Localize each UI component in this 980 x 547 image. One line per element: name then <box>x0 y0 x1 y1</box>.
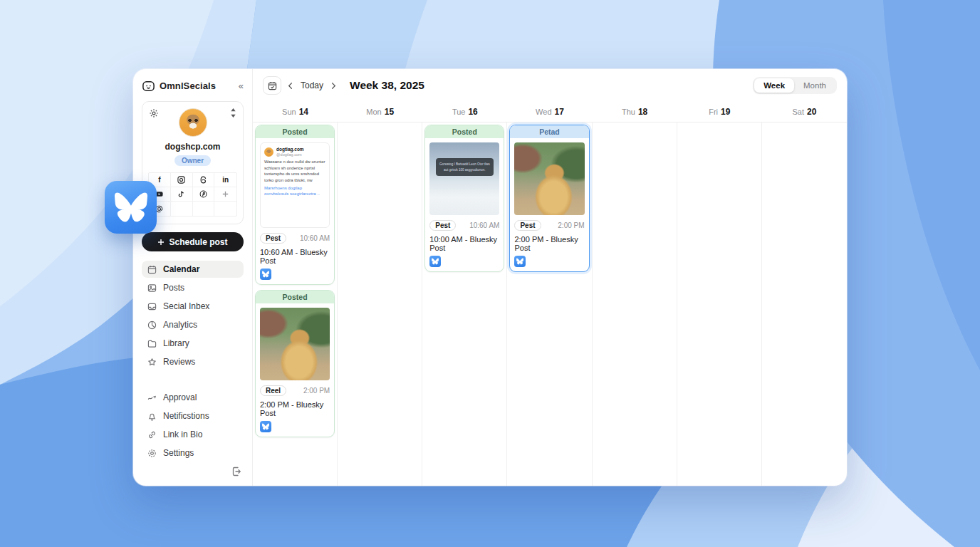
profile-settings-gear-icon[interactable] <box>149 108 159 118</box>
day-header-tue: Tue16 <box>422 102 507 122</box>
sidebar-item-label: Calendar <box>163 264 199 274</box>
sidebar-item-label: Reviews <box>163 357 195 367</box>
bluesky-butterfly-icon <box>115 191 147 224</box>
sidebar: OmnlSecials « dogshcp.com Owner f <box>133 69 253 486</box>
calendar-check-icon <box>268 81 277 90</box>
inbox-icon <box>147 302 157 311</box>
sidebar-item-label: Library <box>163 338 189 348</box>
day-column-sat <box>762 123 847 486</box>
add-channel-icon[interactable] <box>214 187 236 202</box>
day-header-fri: Fri19 <box>677 102 762 122</box>
calendar-icon <box>147 265 157 274</box>
profile-name: dogshcp.com <box>148 142 237 152</box>
bluesky-app-icon <box>105 181 157 234</box>
post-caption: 2:00 PM - Bluesky Post <box>514 235 584 252</box>
post-caption: 10:60 AM - Bluesky Post <box>260 248 330 265</box>
plus-icon <box>157 239 165 246</box>
sidebar-item-calendar[interactable]: Calendar <box>142 261 244 278</box>
bluesky-post-preview: dogtlag.com @dogtlag.com Wassane n doc n… <box>260 142 330 228</box>
approval-icon <box>147 393 157 402</box>
page-title: Week 38, 2025 <box>350 79 424 92</box>
post-type-badge: Pest <box>514 220 541 231</box>
status-badge: Petad <box>510 125 588 138</box>
empty-channel-cell <box>214 202 236 216</box>
role-badge: Owner <box>174 155 211 166</box>
post-time: 10:60 AM <box>469 222 499 229</box>
logout-row <box>142 462 244 477</box>
scheduled-post-card-selected[interactable]: Petad Pest 2:00 PM 2:00 PM - Bluesky Pos… <box>509 125 589 272</box>
scheduled-post-card[interactable]: Posted dogtlag.com @dogtlag.com Wassane … <box>255 125 335 285</box>
scheduled-post-card[interactable]: Posted Reel 2:00 PM 2:00 PM - Bluesky Po… <box>255 290 335 437</box>
logout-icon[interactable] <box>231 466 242 477</box>
day-header-wed: Wed17 <box>507 102 592 122</box>
sidebar-item-reviews[interactable]: Reviews <box>142 353 244 370</box>
bluesky-channel-icon <box>429 256 441 267</box>
profile-avatar[interactable] <box>179 108 207 137</box>
prev-week-chevron-icon[interactable] <box>287 83 293 89</box>
schedule-post-label: Schedule post <box>169 237 227 247</box>
secondary-nav: Approval Netificstions Link in Bio Setti… <box>142 389 244 462</box>
preview-account-handle: @dogtlag.com <box>276 152 304 157</box>
sidebar-item-label: Secial Inbex <box>163 301 209 311</box>
instagram-icon[interactable] <box>171 173 193 187</box>
sidebar-item-settings[interactable]: Settings <box>142 444 244 462</box>
account-switcher-chevrons-icon[interactable] <box>229 108 237 118</box>
post-time: 2:00 PM <box>558 222 584 229</box>
post-type-badge: Reel <box>260 385 286 396</box>
preview-link-text: Marsrhoens dogtlap convbslosuls soegtrla… <box>264 185 325 197</box>
day-column-sun: Posted dogtlag.com @dogtlag.com Wassane … <box>253 123 338 486</box>
status-badge: Posted <box>256 291 334 303</box>
view-toggle-month[interactable]: Month <box>794 78 835 93</box>
pinterest-icon[interactable] <box>193 187 215 202</box>
day-header-thu: Thu18 <box>593 102 677 122</box>
sidebar-item-analytics[interactable]: Analytics <box>142 316 244 333</box>
link-icon <box>147 430 157 439</box>
sidebar-collapse-icon[interactable]: « <box>239 80 244 91</box>
calendar-toolbar: Today Week 38, 2025 Week Month <box>253 69 847 102</box>
analytics-icon <box>147 321 157 330</box>
today-button[interactable]: Today <box>299 80 325 90</box>
day-header-sun: Sun14 <box>253 102 338 122</box>
sidebar-item-label: Approval <box>163 392 197 402</box>
day-column-tue: Posted Gorswtog I Bwtoadd Leon Otor tlws… <box>422 123 507 486</box>
day-column-wed: Petad Pest 2:00 PM 2:00 PM - Bluesky Pos… <box>507 123 592 486</box>
preview-avatar <box>264 147 273 157</box>
view-toggle-week[interactable]: Week <box>754 78 794 93</box>
sidebar-item-social-inbox[interactable]: Secial Inbex <box>142 298 244 315</box>
tiktok-icon[interactable] <box>171 187 193 202</box>
schedule-post-button[interactable]: Schedule post <box>142 232 244 251</box>
day-header-mon: Mon15 <box>338 102 422 122</box>
app-logo-icon <box>142 79 155 93</box>
app-logo-row: OmnlSecials « <box>142 79 244 93</box>
calendar-picker-button[interactable] <box>263 76 281 95</box>
primary-nav: Calendar Posts Secial Inbex Analytics Li… <box>142 261 244 370</box>
preview-photo <box>264 200 325 224</box>
calendar-main: Today Week 38, 2025 Week Month Sun14 Mon… <box>253 69 847 486</box>
sidebar-item-notifications[interactable]: Netificstions <box>142 407 244 424</box>
post-type-badge: Pest <box>429 220 456 231</box>
bell-icon <box>147 412 157 421</box>
post-caption: 2:00 PM - Bluesky Post <box>260 400 330 417</box>
preview-account-name: dogtlag.com <box>276 147 304 152</box>
sidebar-item-posts[interactable]: Posts <box>142 279 244 296</box>
day-header-sat: Sat20 <box>762 102 847 122</box>
sidebar-item-label: Link in Bio <box>163 429 202 439</box>
empty-channel-cell <box>171 202 193 216</box>
linkedin-icon[interactable]: in <box>214 173 236 187</box>
sidebar-item-library[interactable]: Library <box>142 335 244 352</box>
sidebar-item-approval[interactable]: Approval <box>142 389 244 406</box>
folder-icon <box>147 339 157 348</box>
empty-channel-cell <box>193 202 215 216</box>
bluesky-channel-icon <box>260 269 271 280</box>
sidebar-item-link-in-bio[interactable]: Link in Bio <box>142 426 244 443</box>
app-window: OmnlSecials « dogshcp.com Owner f <box>133 69 847 486</box>
post-time: 10:60 AM <box>300 234 330 242</box>
post-type-badge: Pest <box>260 233 286 244</box>
day-column-mon <box>338 123 422 486</box>
scheduled-post-card[interactable]: Posted Gorswtog I Bwtoadd Leon Otor tlws… <box>424 125 504 272</box>
app-name: OmnlSecials <box>160 80 216 91</box>
profile-card[interactable]: dogshcp.com Owner f in <box>142 101 244 224</box>
next-week-chevron-icon[interactable] <box>330 83 337 89</box>
threads-icon[interactable] <box>193 173 215 187</box>
social-channel-grid: f in <box>148 172 237 217</box>
